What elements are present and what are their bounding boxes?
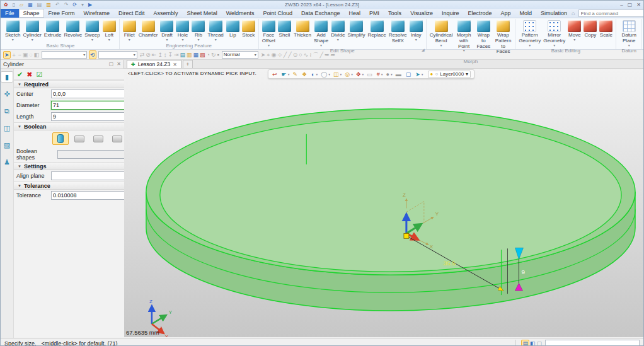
lip-button[interactable]: Lip xyxy=(225,19,241,42)
menu-tab[interactable]: Wireframe xyxy=(79,9,115,18)
status-input[interactable] xyxy=(545,340,640,346)
add-entity-icon[interactable]: ＋ xyxy=(11,52,18,58)
fillet-button[interactable]: Fillet ▾ xyxy=(122,19,137,42)
cylindrical-bend-button[interactable]: Cylindrical Bend ▾ xyxy=(428,19,454,47)
menu-tab[interactable]: Free Form xyxy=(44,9,79,18)
menu-tab[interactable]: Inquire xyxy=(437,9,464,18)
align-plane-icon[interactable]: # ▾ xyxy=(376,71,383,78)
save-icon[interactable]: ▦ xyxy=(27,2,33,8)
filter-combo[interactable]: ▾ xyxy=(98,51,137,59)
pick-filter-icon[interactable]: ➤ xyxy=(3,51,11,59)
replace-button[interactable]: Replace xyxy=(366,19,387,42)
thread-button[interactable]: Thread ▾ xyxy=(206,19,224,42)
boolean-base-button[interactable] xyxy=(52,132,69,145)
timer-icon[interactable]: ◔ xyxy=(206,52,210,58)
menu-tab[interactable]: Simulation xyxy=(536,9,572,18)
message-panel-icon[interactable]: ▢ xyxy=(536,340,543,346)
qat-dropdown-icon[interactable]: ▾ xyxy=(81,2,84,8)
menu-tab[interactable]: Mold xyxy=(515,9,537,18)
history-manager-tab[interactable]: ⧉ xyxy=(1,105,13,117)
rotate-view-icon[interactable]: ✥ ▾ xyxy=(355,71,364,78)
scene-canvas[interactable]: Z Y X 35.5 9 xyxy=(124,69,643,337)
layer-selector[interactable]: ● ○ Layer0000 ▾ xyxy=(428,71,471,78)
boolean-add-button[interactable] xyxy=(71,132,88,145)
revolve-button[interactable]: Revolve xyxy=(62,19,83,42)
scene[interactable]: Z Y X 35.5 9 xyxy=(124,69,643,338)
cylinder-command-tab[interactable]: ▮ xyxy=(1,71,13,83)
apps-icon[interactable]: ▧ xyxy=(199,52,206,58)
annotate-icon[interactable]: ✎ xyxy=(292,71,299,78)
pick-mode-icon[interactable]: ☛ ▾ xyxy=(281,71,290,78)
section-view-icon[interactable]: ◫ ▾ xyxy=(333,71,342,78)
copy-button[interactable]: Copy xyxy=(582,19,598,42)
cancel-button[interactable]: ✖ xyxy=(26,70,32,79)
find-command-input[interactable] xyxy=(581,11,644,16)
clip-section-icon[interactable]: ▬ xyxy=(395,71,403,78)
draft-button[interactable]: Draft ▾ xyxy=(159,19,175,42)
extrude-button[interactable]: Extrude xyxy=(43,19,63,42)
minimize-button[interactable]: – xyxy=(620,2,623,8)
menu-tab[interactable]: Tools xyxy=(384,9,406,18)
mirror-geometry-button[interactable]: Mirror Geometry ▾ xyxy=(542,19,566,47)
edit-shape-launcher-icon[interactable]: ◢ xyxy=(422,47,425,54)
display-monitor-icon[interactable]: ◧ xyxy=(529,340,536,346)
visualize-manager-tab[interactable]: ▨ xyxy=(1,139,13,151)
menu-tab[interactable]: Data Exchange xyxy=(297,9,345,18)
display-mode-icon[interactable]: ◐ ▾ xyxy=(311,71,318,78)
sketch-button[interactable]: Sketch ▾ xyxy=(4,19,21,42)
learning-hub-icon[interactable]: ⌂ xyxy=(572,10,575,16)
menu-tab[interactable]: Weldments xyxy=(222,9,259,18)
morph-with-point-button[interactable]: Morph with Point ▾ xyxy=(454,19,474,52)
view-manager-tab[interactable]: ◫ xyxy=(1,122,13,134)
chamfer-button[interactable]: Chamfer xyxy=(137,19,159,42)
sweep-button[interactable]: Sweep ▾ xyxy=(83,19,101,42)
menu-tab[interactable]: Assembly xyxy=(149,9,183,18)
hole-button[interactable]: Hole ▾ xyxy=(175,19,190,42)
dialog-close-icon[interactable]: ✕ xyxy=(117,61,121,67)
menu-tab[interactable]: Sheet Metal xyxy=(183,9,222,18)
move-button[interactable]: Move ▾ xyxy=(566,19,582,42)
length-input[interactable] xyxy=(53,113,134,120)
history-first-icon[interactable]: ⇤ xyxy=(151,52,158,58)
play-macro-icon[interactable]: ▶ xyxy=(88,2,93,8)
wireframe-mode-icon[interactable]: ◯ ▾ xyxy=(320,71,330,78)
dialog-float-icon[interactable]: ▢ xyxy=(109,61,114,67)
probe-icon[interactable]: ⊘ xyxy=(145,52,151,58)
maximize-button[interactable]: ▢ xyxy=(628,2,633,8)
image-manager-icon[interactable]: ▦ xyxy=(193,52,200,58)
zoom-all-icon[interactable]: ▭ xyxy=(366,71,374,78)
new-tab-button[interactable]: + xyxy=(183,60,193,68)
menu-tab[interactable]: Point Cloud xyxy=(259,9,297,18)
ok-button[interactable]: ✔ xyxy=(17,70,23,79)
open-file-icon[interactable]: ▱ xyxy=(19,2,24,8)
insert-image-icon[interactable]: ▣ xyxy=(22,52,29,58)
divide-button[interactable]: Divide ▾ xyxy=(330,19,346,42)
open-folder-icon[interactable]: ▥ xyxy=(45,2,52,8)
apply-button[interactable]: ☑ xyxy=(36,70,42,79)
new-file-icon[interactable]: ▯ xyxy=(12,2,16,8)
show-entity-toggle-icon[interactable]: ▤ xyxy=(521,340,529,346)
pattern-geometry-button[interactable]: Pattern Geometry ▾ xyxy=(517,19,542,47)
history-last-icon[interactable]: ⇥ xyxy=(173,52,180,58)
wrap-pattern-to-faces-button[interactable]: Wrap Pattern to Faces xyxy=(493,19,513,58)
regen-all-icon[interactable]: ⟳ xyxy=(72,2,78,8)
redo-icon[interactable]: ↷ xyxy=(64,2,69,8)
view-manager-icon[interactable]: ❖ xyxy=(301,71,308,78)
face-offset-button[interactable]: Face Offset ▾ xyxy=(261,19,277,47)
menu-tab[interactable]: Electrode xyxy=(464,9,497,18)
fly-mode-icon[interactable]: ➤ ▾ xyxy=(415,71,423,78)
canvas-color-icon[interactable]: ▢ xyxy=(405,71,413,78)
thicken-button[interactable]: Thicken xyxy=(292,19,313,42)
refresh-icon[interactable]: ↻ xyxy=(210,52,217,58)
print-icon[interactable]: ▤ xyxy=(37,2,43,8)
boolean-intersect-button[interactable] xyxy=(109,132,125,145)
menu-tab[interactable]: Shape xyxy=(19,9,44,18)
loft-button[interactable]: Loft ▾ xyxy=(101,19,117,42)
wrap-to-faces-button[interactable]: Wrap to Faces xyxy=(474,19,493,52)
library-icon[interactable]: ▤ xyxy=(180,52,187,58)
menu-tab[interactable]: File xyxy=(1,9,19,18)
datum-plane-button[interactable]: Datum Plane ▾ xyxy=(618,19,640,47)
document-tab[interactable]: ✚ Lesson 24.Z3 ✕ xyxy=(127,60,181,68)
cylinder-button[interactable]: Cylinder ▾ xyxy=(21,19,42,42)
attribute-combo[interactable]: ▾ xyxy=(42,51,87,59)
